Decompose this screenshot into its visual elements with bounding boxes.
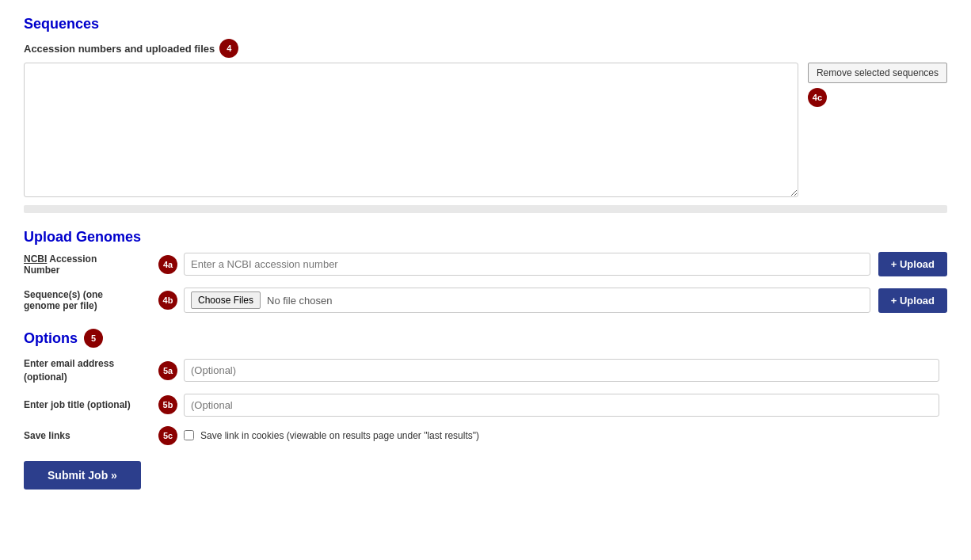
save-links-checkbox[interactable] <box>184 430 194 440</box>
ncbi-underline-text: NCBI <box>24 253 47 265</box>
sequences-section: Sequences Accession numbers and uploaded… <box>24 16 947 197</box>
save-links-content: Save link in cookies (viewable on result… <box>184 430 479 441</box>
badge-4c-wrap: 4c <box>808 88 827 107</box>
job-title-input[interactable] <box>184 394 939 417</box>
remove-btn-col: Remove selected sequences 4c <box>808 63 947 107</box>
options-title-row: Options 5 <box>24 329 947 348</box>
submit-section: Submit Job » <box>24 461 947 490</box>
job-title-input-wrap <box>184 394 939 417</box>
accession-label-row: Accession numbers and uploaded files 4 <box>24 39 947 58</box>
ncbi-upload-button[interactable]: + Upload <box>878 252 947 276</box>
badge-4a: 4a <box>158 255 177 274</box>
badge-5b: 5b <box>158 395 177 414</box>
file-input-area: Choose Files No file chosen <box>184 288 870 313</box>
sequence-file-row: Sequence(s) (onegenome per file) 4b Choo… <box>24 288 947 313</box>
remove-selected-button[interactable]: Remove selected sequences <box>808 63 947 83</box>
sequences-area-row: Remove selected sequences 4c <box>24 63 947 197</box>
save-links-row: Save links 5c Save link in cookies (view… <box>24 426 947 445</box>
badge-5a: 5a <box>158 361 177 380</box>
upload-genomes-title: Upload Genomes <box>24 229 947 246</box>
sequences-textarea[interactable] <box>24 63 798 197</box>
badge-4b: 4b <box>158 291 177 310</box>
ncbi-field-row: NCBI AccessionNumber 4a + Upload <box>24 252 947 276</box>
sequence-label: Sequence(s) (onegenome per file) <box>24 289 158 311</box>
badge-5c: 5c <box>158 426 177 445</box>
sequence-file-wrap: Choose Files No file chosen <box>184 288 870 313</box>
choose-files-button[interactable]: Choose Files <box>191 291 261 309</box>
ncbi-label: NCBI AccessionNumber <box>24 253 158 276</box>
accession-label: Accession numbers and uploaded files <box>24 43 215 55</box>
email-input-wrap <box>184 359 939 382</box>
badge-4c: 4c <box>808 88 827 107</box>
email-input[interactable] <box>184 359 939 382</box>
sequence-upload-button[interactable]: + Upload <box>878 288 947 313</box>
email-field-row: Enter email address(optional) 5a <box>24 357 947 384</box>
email-label: Enter email address(optional) <box>24 357 158 384</box>
options-title: Options <box>24 330 78 347</box>
submit-job-button[interactable]: Submit Job » <box>24 461 141 490</box>
upload-genomes-section: Upload Genomes NCBI AccessionNumber 4a +… <box>24 229 947 313</box>
save-links-text: Save link in cookies (viewable on result… <box>200 430 479 441</box>
sequences-title: Sequences <box>24 16 947 32</box>
options-section: Options 5 Enter email address(optional) … <box>24 329 947 445</box>
job-title-label: Enter job title (optional) <box>24 398 158 412</box>
badge-4: 4 <box>219 39 238 58</box>
save-links-label: Save links <box>24 430 158 441</box>
job-title-field-row: Enter job title (optional) 5b <box>24 394 947 417</box>
ncbi-accession-input[interactable] <box>184 253 870 276</box>
no-file-chosen-text: No file chosen <box>267 295 332 307</box>
badge-5: 5 <box>84 329 103 348</box>
ncbi-input-wrap <box>184 253 870 276</box>
section-divider <box>24 205 947 213</box>
